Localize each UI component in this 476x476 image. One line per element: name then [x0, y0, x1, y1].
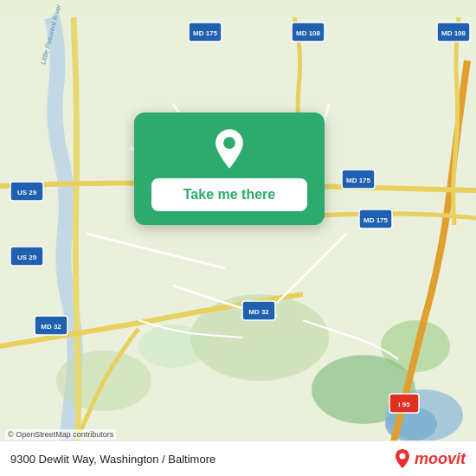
- take-me-there-button[interactable]: Take me there: [151, 178, 307, 211]
- address-label: 9300 Dewlit Way, Washington / Baltimore: [10, 453, 215, 466]
- moovit-pin-icon: [394, 448, 411, 469]
- location-pin-icon: [209, 128, 250, 170]
- osm-credit: © OpenStreetMap contributors: [5, 429, 116, 440]
- overlay-card: Take me there: [134, 113, 325, 225]
- svg-text:MD 32: MD 32: [248, 308, 269, 316]
- svg-point-30: [399, 453, 405, 460]
- svg-text:MD 108: MD 108: [296, 29, 321, 37]
- svg-text:MD 175: MD 175: [193, 29, 218, 37]
- bottom-bar: 9300 Dewlit Way, Washington / Baltimore …: [0, 441, 476, 476]
- svg-point-29: [223, 137, 235, 149]
- svg-point-5: [138, 325, 208, 368]
- svg-text:MD 175: MD 175: [363, 216, 389, 224]
- svg-text:MD 175: MD 175: [346, 177, 371, 184]
- moovit-text: moovit: [415, 450, 466, 468]
- svg-text:US 29: US 29: [17, 254, 37, 261]
- map-container: US 29 US 29 MD 175 MD 175 MD 175 MD 108 …: [0, 0, 476, 476]
- svg-text:US 29: US 29: [17, 189, 37, 196]
- moovit-logo: moovit: [394, 448, 466, 469]
- map-background: US 29 US 29 MD 175 MD 175 MD 175 MD 108 …: [0, 0, 476, 476]
- svg-text:MD 32: MD 32: [41, 323, 61, 331]
- svg-text:I 95: I 95: [398, 401, 410, 408]
- svg-text:MD 108: MD 108: [441, 29, 466, 37]
